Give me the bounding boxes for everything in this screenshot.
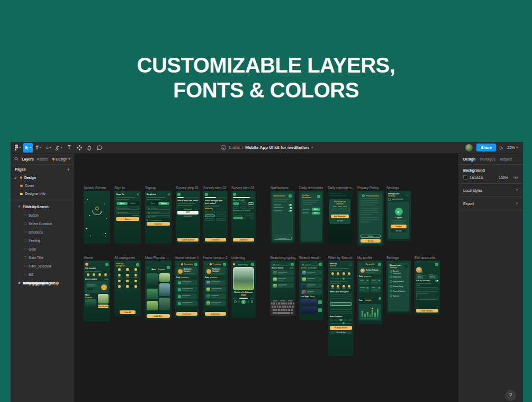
add-button[interactable]: Add to bbox=[312, 208, 320, 211]
email-field[interactable] bbox=[147, 211, 170, 214]
frame-tool[interactable]: # bbox=[34, 143, 43, 153]
minute-input[interactable] bbox=[338, 208, 344, 211]
tab-inspect[interactable]: Inspect bbox=[500, 157, 512, 161]
frame-label[interactable]: Notifactions bbox=[270, 186, 288, 190]
option-pill-selected[interactable] bbox=[233, 217, 243, 219]
frame-label[interactable]: Listening bbox=[231, 256, 245, 260]
featured-card[interactable]: Meditation Complex bbox=[205, 267, 226, 275]
search-input[interactable] bbox=[272, 263, 290, 266]
goal-pill[interactable] bbox=[330, 311, 352, 314]
toggle-on[interactable] bbox=[288, 204, 292, 206]
frame-label[interactable]: Daily reminders... bbox=[328, 186, 355, 190]
view-all-line[interactable] bbox=[104, 279, 109, 280]
outline-button[interactable] bbox=[274, 237, 292, 240]
shuffle-button[interactable] bbox=[234, 300, 237, 303]
goal-pill[interactable] bbox=[330, 307, 352, 310]
frame-label[interactable]: Survey step 02 bbox=[203, 186, 226, 190]
result-row[interactable]: › bbox=[301, 289, 322, 294]
menu-button[interactable] bbox=[176, 263, 179, 266]
menu-button[interactable] bbox=[205, 263, 208, 266]
canvas-frame-splash-screen[interactable]: Splash Screen bbox=[84, 191, 110, 244]
profile-button[interactable] bbox=[194, 263, 197, 266]
frame-label[interactable]: Most Popular ... bbox=[145, 256, 169, 260]
goal-pill-selected[interactable] bbox=[330, 302, 352, 306]
layer-row[interactable]: # Settings bbox=[11, 279, 37, 287]
profile-card[interactable]: Ashikur Rahman bbox=[359, 267, 381, 274]
option-pill[interactable] bbox=[248, 202, 254, 205]
text-tool[interactable]: T bbox=[65, 143, 74, 153]
play-button[interactable] bbox=[178, 281, 181, 284]
first-name-field[interactable]: Ashikur bbox=[416, 275, 427, 279]
resources-tool[interactable] bbox=[75, 143, 84, 153]
music-image-card[interactable] bbox=[147, 301, 158, 310]
survey-2-phone[interactable]: What brought you here today? Wellbeing C… bbox=[203, 191, 228, 244]
result-row[interactable]: › bbox=[301, 270, 322, 275]
user-avatar[interactable] bbox=[465, 144, 473, 151]
reminder-modal-phone[interactable]: Pick a time for reminder Add Reminder No… bbox=[328, 191, 352, 244]
key-row[interactable] bbox=[271, 309, 295, 311]
sign-in-phone[interactable]: Sign In Sign in Register Sign in bbox=[114, 191, 141, 244]
practice-row[interactable] bbox=[205, 293, 226, 299]
toggle-off[interactable] bbox=[288, 207, 292, 209]
play-button[interactable] bbox=[318, 308, 322, 312]
edit-button[interactable] bbox=[378, 263, 381, 266]
canvas-frame-all-categories[interactable]: All categories Filter by categories View… bbox=[114, 261, 141, 316]
share-button[interactable]: Share bbox=[476, 144, 496, 151]
terms-row[interactable] bbox=[147, 219, 170, 221]
recent-row[interactable]: › bbox=[272, 276, 294, 282]
add-page-button[interactable]: + bbox=[67, 167, 70, 172]
decline-button[interactable]: Decline bbox=[360, 235, 381, 238]
layer-row[interactable]: | BG bbox=[11, 270, 74, 279]
survey-1-phone[interactable]: When were you born? 2007 Create account bbox=[176, 191, 200, 244]
frame-label[interactable]: Settings bbox=[386, 256, 399, 260]
page-item-cover[interactable]: Cover bbox=[11, 182, 74, 190]
shape-tool[interactable]: ○ bbox=[44, 143, 53, 153]
stat-card[interactable] bbox=[359, 279, 369, 285]
canvas-frame-daily-reminders[interactable]: Daily reminders Set Day Reminder Add to … bbox=[299, 191, 323, 244]
continue-button[interactable]: Continue bbox=[147, 222, 170, 226]
settings-menu-item[interactable]: Notifactions › bbox=[390, 274, 408, 279]
practice-row[interactable] bbox=[205, 287, 226, 292]
canvas-frame-searching-typing[interactable]: Searching typing Recent Search › › › bbox=[270, 261, 295, 316]
frame-label[interactable]: Home version 2 bbox=[203, 256, 228, 260]
move-tool[interactable] bbox=[23, 143, 33, 153]
option-pill-selected[interactable] bbox=[233, 202, 239, 205]
confirm-button[interactable]: Confirm bbox=[391, 225, 407, 228]
practice-row[interactable] bbox=[176, 300, 197, 306]
frame-label[interactable]: Survey step 01 bbox=[176, 186, 199, 190]
eye-icon[interactable] bbox=[513, 176, 518, 179]
key-row[interactable] bbox=[271, 302, 295, 305]
frame-label[interactable]: Sign in bbox=[114, 186, 125, 190]
layer-row[interactable]: □ Select Duration bbox=[11, 219, 74, 228]
close-button[interactable] bbox=[349, 263, 352, 266]
practice-row[interactable] bbox=[205, 280, 226, 285]
layer-row[interactable]: □ Feeling bbox=[11, 236, 74, 245]
search-input[interactable] bbox=[301, 263, 318, 266]
canvas-frame-notifactions[interactable]: Notifactions Notifications bbox=[270, 191, 295, 244]
tab-layers[interactable]: Layers bbox=[22, 157, 34, 161]
duration-chip[interactable] bbox=[348, 319, 352, 321]
close-button[interactable] bbox=[317, 195, 320, 198]
continue-button[interactable]: Continue bbox=[233, 238, 254, 242]
daily-reminders-phone[interactable]: Set Day Reminder Add to Add to bbox=[299, 191, 323, 244]
toggle-on[interactable] bbox=[288, 210, 292, 212]
option-pill[interactable] bbox=[233, 213, 243, 216]
option-pill[interactable] bbox=[216, 211, 226, 213]
play-button[interactable] bbox=[178, 295, 181, 298]
music-image-card[interactable] bbox=[159, 273, 170, 282]
comment-tool[interactable] bbox=[95, 143, 104, 153]
create-account-button[interactable]: Create account bbox=[177, 238, 199, 242]
frame-label[interactable]: Daily reminders bbox=[299, 186, 323, 190]
auth-toggle[interactable]: Sign in Register bbox=[116, 201, 139, 206]
canvas[interactable]: Splash Screen Sign in Sign In S bbox=[75, 154, 458, 402]
key-row[interactable] bbox=[271, 312, 295, 315]
frame-label[interactable]: Search result bbox=[299, 256, 319, 260]
back-button[interactable] bbox=[359, 263, 362, 266]
option-pill[interactable] bbox=[244, 213, 254, 216]
layer-row[interactable]: □ Filter_selected bbox=[11, 262, 74, 270]
notifications-phone[interactable]: Notifications bbox=[270, 191, 295, 244]
sleep-image-card[interactable] bbox=[301, 307, 317, 314]
main-menu-button[interactable] bbox=[13, 143, 22, 153]
name-field[interactable] bbox=[147, 207, 170, 210]
searching-typing-phone[interactable]: Recent Search › › › bbox=[270, 261, 295, 316]
